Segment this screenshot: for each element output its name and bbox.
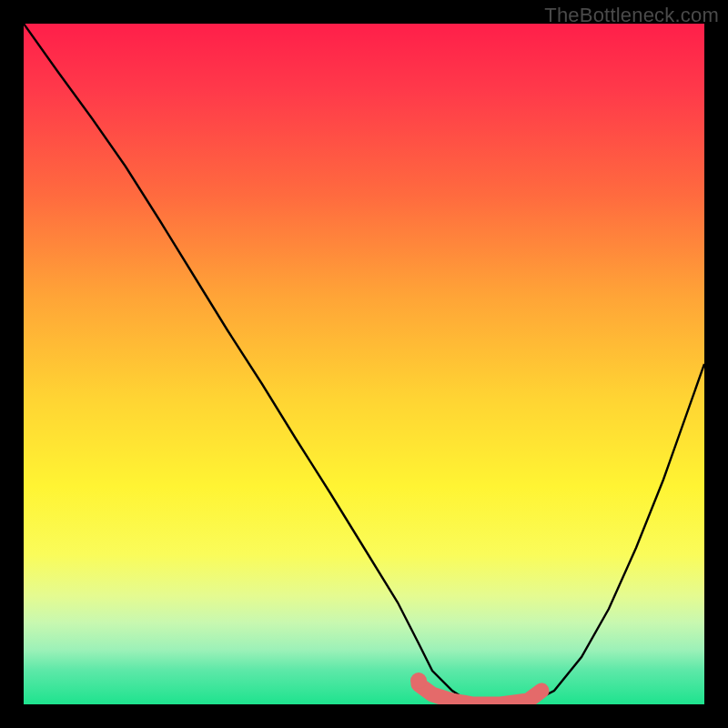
watermark: TheBottleneck.com	[544, 4, 719, 27]
highlight-band	[419, 684, 541, 704]
bottleneck-curve-svg	[24, 24, 704, 704]
highlight-dot	[410, 672, 427, 689]
bottleneck-curve	[24, 24, 704, 704]
chart-area	[24, 24, 704, 704]
